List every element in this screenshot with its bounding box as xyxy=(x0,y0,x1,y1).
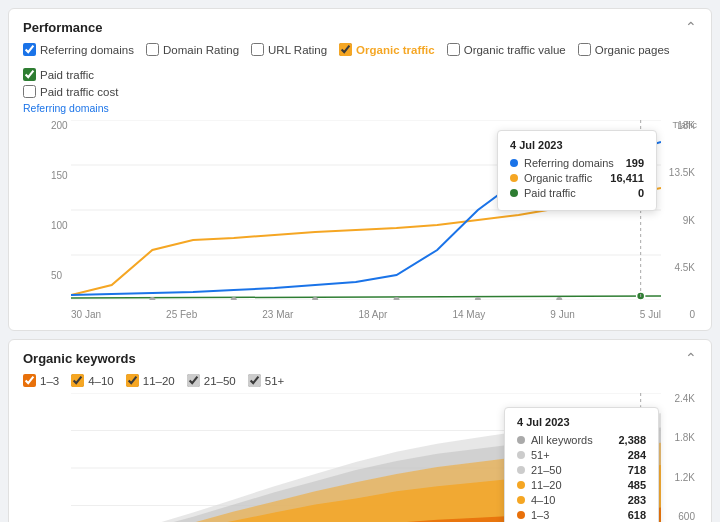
cb-domain-label: Domain Rating xyxy=(163,44,239,56)
kw-tooltip-row-11-20: 11–20 485 xyxy=(517,479,646,491)
kw-dot-1-3 xyxy=(517,511,525,519)
organic-keywords-chart-area: 2.4K 1.8K 1.2K 600 0 xyxy=(23,393,697,522)
cb-paid-cost[interactable]: Paid traffic cost xyxy=(23,85,118,98)
kw-dot-all xyxy=(517,436,525,444)
kw-label-11-20: 11–20 xyxy=(531,479,622,491)
kw2-input[interactable] xyxy=(71,374,84,387)
tooltip-date: 4 Jul 2023 xyxy=(510,139,644,151)
organic-keywords-title: Organic keywords xyxy=(23,351,136,366)
performance-tooltip: 4 Jul 2023 Referring domains 199 Organic… xyxy=(497,130,657,211)
kw3-label: 11–20 xyxy=(143,375,175,387)
traffic-label: Traffic xyxy=(672,120,697,130)
kw-value-all: 2,388 xyxy=(618,434,646,446)
organic-keywords-collapse-icon[interactable]: ⌃ xyxy=(685,350,697,366)
cb-referring-domains[interactable]: Referring domains xyxy=(23,43,134,56)
kw-value-51plus: 284 xyxy=(628,449,646,461)
kw-label-1-3: 1–3 xyxy=(531,509,622,521)
tooltip-label-referring: Referring domains xyxy=(524,157,620,169)
kw-dot-4-10 xyxy=(517,496,525,504)
tooltip-value-paid: 0 xyxy=(638,187,644,199)
tooltip-dot-organic xyxy=(510,174,518,182)
cb-referring-input[interactable] xyxy=(23,43,36,56)
cb-organic-input[interactable] xyxy=(339,43,352,56)
cb-organic-pages-input[interactable] xyxy=(578,43,591,56)
keyword-checkboxes-row: 1–3 4–10 11–20 21–50 51+ xyxy=(23,374,697,387)
tooltip-dot-referring xyxy=(510,159,518,167)
y-axis-right: 18K 13.5K 9K 4.5K 0 xyxy=(669,120,695,320)
kw-value-4-10: 283 xyxy=(628,494,646,506)
kw-value-1-3: 618 xyxy=(628,509,646,521)
tooltip-value-organic: 16,411 xyxy=(610,172,644,184)
tooltip-label-paid: Paid traffic xyxy=(524,187,632,199)
cb-paid-cost-label: Paid traffic cost xyxy=(40,86,118,98)
kw-tooltip-date: 4 Jul 2023 xyxy=(517,416,646,428)
kw4-input[interactable] xyxy=(187,374,200,387)
cb-paid-input[interactable] xyxy=(23,68,36,81)
cb-url-label: URL Rating xyxy=(268,44,327,56)
cb-organic-value-input[interactable] xyxy=(447,43,460,56)
kw-tooltip-row-51plus: 51+ 284 xyxy=(517,449,646,461)
kw-tooltip-row-21-50: 21–50 718 xyxy=(517,464,646,476)
kw-label-all: All keywords xyxy=(531,434,612,446)
performance-header: Performance ⌃ xyxy=(23,19,697,35)
kw3-input[interactable] xyxy=(126,374,139,387)
kw-label-4-10: 4–10 xyxy=(531,494,622,506)
performance-checkboxes-row: Referring domains Domain Rating URL Rati… xyxy=(23,43,697,81)
kw-check-21-50[interactable]: 21–50 xyxy=(187,374,236,387)
cb-organic-traffic[interactable]: Organic traffic xyxy=(339,43,435,56)
performance-chart-area: 200 150 100 50 xyxy=(23,120,697,320)
kw-label-21-50: 21–50 xyxy=(531,464,622,476)
cb-paid-traffic[interactable]: Paid traffic xyxy=(23,68,94,81)
tooltip-dot-paid xyxy=(510,189,518,197)
cb-url-rating[interactable]: URL Rating xyxy=(251,43,327,56)
cb-organic-value-label: Organic traffic value xyxy=(464,44,566,56)
cb-organic-pages-label: Organic pages xyxy=(595,44,670,56)
tooltip-row-referring: Referring domains 199 xyxy=(510,157,644,169)
referring-domains-axis-label: Referring domains xyxy=(23,102,697,114)
kw-tooltip-row-1-3: 1–3 618 xyxy=(517,509,646,521)
tooltip-row-organic: Organic traffic 16,411 xyxy=(510,172,644,184)
y-axis-left: 200 150 100 50 xyxy=(51,120,68,320)
kw5-label: 51+ xyxy=(265,375,285,387)
cb-domain-input[interactable] xyxy=(146,43,159,56)
kw-tooltip-row-all: All keywords 2,388 xyxy=(517,434,646,446)
cb-domain-rating[interactable]: Domain Rating xyxy=(146,43,239,56)
cb-paid-cost-input[interactable] xyxy=(23,85,36,98)
kw-tooltip: 4 Jul 2023 All keywords 2,388 51+ 284 21… xyxy=(504,407,659,522)
cb-organic-label: Organic traffic xyxy=(356,44,435,56)
kw-dot-11-20 xyxy=(517,481,525,489)
y-axis-right-kw: 2.4K 1.8K 1.2K 600 0 xyxy=(674,393,695,522)
kw-check-4-10[interactable]: 4–10 xyxy=(71,374,114,387)
cb-organic-value[interactable]: Organic traffic value xyxy=(447,43,566,56)
kw-dot-51plus xyxy=(517,451,525,459)
kw-value-11-20: 485 xyxy=(628,479,646,491)
performance-title: Performance xyxy=(23,20,102,35)
kw-label-51plus: 51+ xyxy=(531,449,622,461)
svg-point-14 xyxy=(556,297,562,300)
cb-paid-label: Paid traffic xyxy=(40,69,94,81)
performance-collapse-icon[interactable]: ⌃ xyxy=(685,19,697,35)
cb-referring-label: Referring domains xyxy=(40,44,134,56)
cb-organic-pages[interactable]: Organic pages xyxy=(578,43,670,56)
kw2-label: 4–10 xyxy=(88,375,114,387)
x-axis-performance: 30 Jan 25 Feb 23 Mar 18 Apr 14 May 9 Jun… xyxy=(71,309,661,320)
kw-check-11-20[interactable]: 11–20 xyxy=(126,374,175,387)
cb-url-input[interactable] xyxy=(251,43,264,56)
svg-point-13 xyxy=(475,297,481,300)
kw-dot-21-50 xyxy=(517,466,525,474)
kw4-label: 21–50 xyxy=(204,375,236,387)
tooltip-row-paid: Paid traffic 0 xyxy=(510,187,644,199)
kw5-input[interactable] xyxy=(248,374,261,387)
kw-tooltip-row-4-10: 4–10 283 xyxy=(517,494,646,506)
kw-value-21-50: 718 xyxy=(628,464,646,476)
kw-check-1-3[interactable]: 1–3 xyxy=(23,374,59,387)
organic-keywords-header: Organic keywords ⌃ xyxy=(23,350,697,366)
kw1-input[interactable] xyxy=(23,374,36,387)
kw1-label: 1–3 xyxy=(40,375,59,387)
performance-checkboxes-row2: Paid traffic cost xyxy=(23,85,697,98)
kw-check-51plus[interactable]: 51+ xyxy=(248,374,285,387)
performance-card: Performance ⌃ Referring domains Domain R… xyxy=(8,8,712,331)
tooltip-label-organic: Organic traffic xyxy=(524,172,604,184)
tooltip-value-referring: 199 xyxy=(626,157,644,169)
organic-keywords-card: Organic keywords ⌃ 1–3 4–10 11–20 21–50 … xyxy=(8,339,712,522)
